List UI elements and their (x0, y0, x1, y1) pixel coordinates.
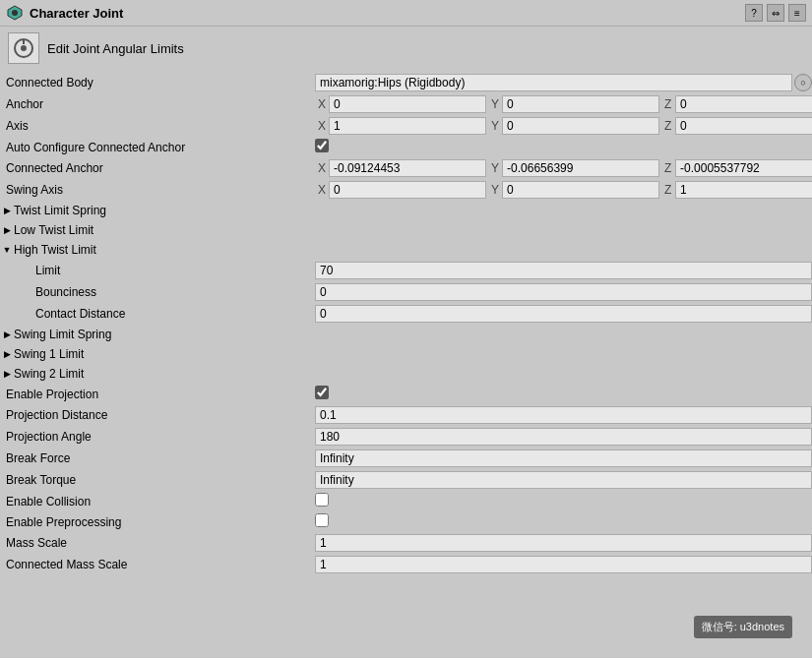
projection-angle-value (315, 428, 812, 446)
connected-anchor-y-label: Y (488, 161, 502, 175)
auto-configure-row: Auto Configure Connected Anchor (0, 137, 812, 157)
contact-distance-input[interactable] (315, 305, 812, 323)
limit-label: Limit (0, 264, 315, 277)
connected-anchor-label: Connected Anchor (0, 161, 315, 175)
mass-scale-label: Mass Scale (0, 536, 315, 550)
swing-limit-spring-arrow: ▶ (0, 328, 14, 341)
auto-configure-label: Auto Configure Connected Anchor (0, 141, 315, 154)
connected-anchor-y-input[interactable] (502, 159, 659, 177)
enable-preprocessing-checkbox[interactable] (315, 513, 329, 527)
anchor-label: Anchor (0, 97, 315, 111)
twist-limit-spring-foldout[interactable]: ▶ Twist Limit Spring (0, 201, 812, 220)
swing-axis-z-label: Z (661, 183, 675, 197)
swing-axis-row: Swing Axis X Y Z (0, 179, 812, 201)
swing-limit-spring-label: Swing Limit Spring (14, 328, 111, 341)
swing-axis-z-group: Z (661, 181, 812, 199)
swing-axis-x-group: X (315, 181, 486, 199)
low-twist-limit-arrow: ▶ (0, 223, 14, 237)
axis-z-group: Z (661, 117, 812, 135)
bounciness-row: Bounciness (0, 281, 812, 303)
axis-x-label: X (315, 119, 329, 133)
connected-body-label: Connected Body (0, 76, 315, 90)
high-twist-limit-label: High Twist Limit (14, 243, 96, 257)
break-torque-input[interactable] (315, 471, 812, 489)
contact-distance-row: Contact Distance (0, 303, 812, 325)
anchor-y-label: Y (488, 97, 502, 111)
connected-body-input[interactable] (315, 74, 792, 91)
connected-body-picker[interactable]: ○ (794, 74, 812, 91)
connected-anchor-xyz: X Y Z (315, 159, 812, 177)
enable-preprocessing-value (315, 513, 812, 530)
limit-input[interactable] (315, 262, 812, 279)
break-torque-label: Break Torque (0, 473, 315, 487)
menu-button[interactable]: ≡ (788, 4, 806, 22)
break-force-input[interactable] (315, 449, 812, 467)
help-button[interactable]: ? (745, 4, 763, 22)
anchor-xyz: X Y Z (315, 95, 812, 113)
anchor-y-input[interactable] (502, 95, 659, 113)
swing-axis-y-group: Y (488, 181, 659, 199)
connected-anchor-y-group: Y (488, 159, 659, 177)
swing2-limit-label: Swing 2 Limit (14, 367, 84, 381)
contact-distance-value (315, 305, 812, 323)
projection-angle-row: Projection Angle (0, 426, 812, 448)
axis-y-input[interactable] (502, 117, 659, 135)
projection-distance-value (315, 406, 812, 424)
anchor-z-group: Z (661, 95, 812, 113)
swing1-limit-label: Swing 1 Limit (14, 347, 84, 361)
swing-axis-y-input[interactable] (502, 181, 659, 199)
projection-angle-input[interactable] (315, 428, 812, 446)
swing-axis-xyz: X Y Z (315, 181, 812, 199)
edit-joint-label: Edit Joint Angular Limits (47, 41, 184, 56)
connected-anchor-x-group: X (315, 159, 486, 177)
enable-collision-row: Enable Collision (0, 491, 812, 511)
anchor-x-input[interactable] (329, 95, 486, 113)
high-twist-limit-foldout[interactable]: ▼ High Twist Limit (0, 240, 812, 260)
low-twist-limit-foldout[interactable]: ▶ Low Twist Limit (0, 220, 812, 240)
swing-axis-x-input[interactable] (329, 181, 486, 199)
auto-configure-checkbox[interactable] (315, 139, 329, 152)
edit-joint-icon[interactable] (8, 32, 39, 64)
anchor-row: Anchor X Y Z (0, 93, 812, 115)
header-left: Character Joint (6, 4, 123, 22)
expand-button[interactable]: ⇔ (767, 4, 784, 22)
connected-mass-scale-row: Connected Mass Scale (0, 554, 812, 575)
swing-limit-spring-foldout[interactable]: ▶ Swing Limit Spring (0, 325, 812, 344)
watermark: 微信号: u3dnotes (694, 616, 792, 638)
anchor-x-group: X (315, 95, 486, 113)
swing2-limit-foldout[interactable]: ▶ Swing 2 Limit (0, 364, 812, 384)
break-force-value (315, 449, 812, 467)
component-icon (6, 4, 24, 22)
bounciness-label: Bounciness (0, 285, 315, 299)
mass-scale-row: Mass Scale (0, 532, 812, 554)
connected-anchor-z-input[interactable] (675, 159, 812, 177)
connected-anchor-x-input[interactable] (329, 159, 486, 177)
bounciness-input[interactable] (315, 283, 812, 301)
high-twist-limit-arrow: ▼ (0, 243, 14, 257)
connected-mass-scale-value (315, 556, 812, 573)
projection-distance-label: Projection Distance (0, 408, 315, 422)
connected-anchor-z-group: Z (661, 159, 812, 177)
enable-projection-value (315, 386, 812, 402)
break-force-row: Break Force (0, 448, 812, 469)
axis-label: Axis (0, 119, 315, 133)
enable-projection-row: Enable Projection (0, 384, 812, 404)
enable-preprocessing-row: Enable Preprocessing (0, 511, 812, 532)
axis-x-input[interactable] (329, 117, 486, 135)
mass-scale-input[interactable] (315, 534, 812, 552)
enable-projection-label: Enable Projection (0, 388, 315, 401)
bounciness-value (315, 283, 812, 301)
connected-body-row: Connected Body ○ (0, 72, 812, 93)
swing1-limit-foldout[interactable]: ▶ Swing 1 Limit (0, 344, 812, 364)
limit-row: Limit (0, 260, 812, 281)
connected-mass-scale-input[interactable] (315, 556, 812, 573)
connected-body-value-container: ○ (315, 74, 812, 91)
axis-row: Axis X Y Z (0, 115, 812, 137)
axis-z-input[interactable] (675, 117, 812, 135)
enable-projection-checkbox[interactable] (315, 386, 329, 399)
anchor-z-input[interactable] (675, 95, 812, 113)
twist-limit-spring-label: Twist Limit Spring (14, 204, 106, 217)
projection-distance-input[interactable] (315, 406, 812, 424)
swing-axis-z-input[interactable] (675, 181, 812, 199)
enable-collision-checkbox[interactable] (315, 493, 329, 507)
